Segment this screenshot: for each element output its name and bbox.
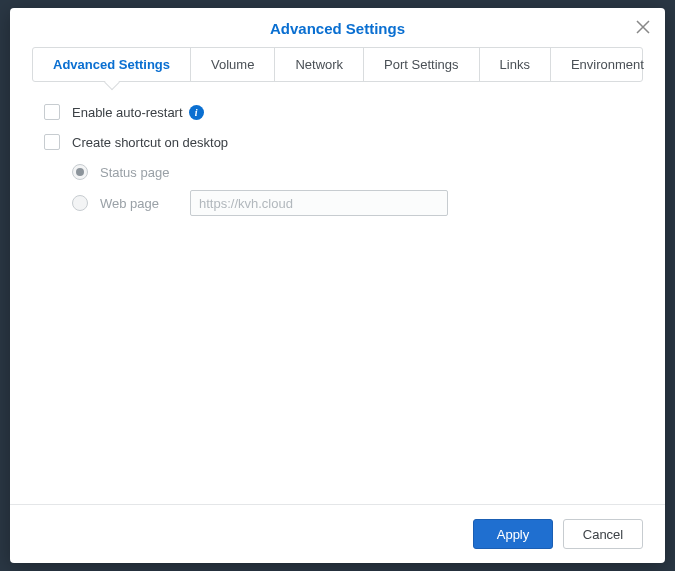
- tab-volume[interactable]: Volume: [191, 48, 275, 81]
- tab-content: Enable auto-restart i Create shortcut on…: [10, 82, 665, 504]
- apply-button[interactable]: Apply: [473, 519, 553, 549]
- tab-bar: Advanced Settings Volume Network Port Se…: [32, 47, 643, 82]
- modal-header: Advanced Settings: [10, 8, 665, 47]
- checkbox-enable-auto-restart[interactable]: [44, 104, 60, 120]
- tab-advanced-settings[interactable]: Advanced Settings: [33, 48, 191, 81]
- row-status-page: Status page: [72, 164, 631, 180]
- radio-status-page[interactable]: [72, 164, 88, 180]
- row-create-shortcut: Create shortcut on desktop: [44, 134, 631, 150]
- tab-links[interactable]: Links: [480, 48, 551, 81]
- checkbox-create-shortcut[interactable]: [44, 134, 60, 150]
- label-create-shortcut: Create shortcut on desktop: [72, 135, 228, 150]
- label-enable-auto-restart: Enable auto-restart: [72, 105, 183, 120]
- close-icon[interactable]: [635, 20, 651, 36]
- modal-footer: Apply Cancel: [10, 504, 665, 563]
- tab-network[interactable]: Network: [275, 48, 364, 81]
- row-enable-auto-restart: Enable auto-restart i: [44, 104, 631, 120]
- info-icon[interactable]: i: [189, 105, 204, 120]
- advanced-settings-modal: Advanced Settings Advanced Settings Volu…: [10, 8, 665, 563]
- modal-title: Advanced Settings: [10, 20, 665, 37]
- radio-web-page[interactable]: [72, 195, 88, 211]
- cancel-button[interactable]: Cancel: [563, 519, 643, 549]
- tab-port-settings[interactable]: Port Settings: [364, 48, 479, 81]
- label-web-page: Web page: [100, 196, 190, 211]
- row-web-page: Web page: [72, 190, 631, 216]
- label-status-page: Status page: [100, 165, 190, 180]
- input-web-page-url[interactable]: [190, 190, 448, 216]
- tab-environment[interactable]: Environment: [551, 48, 664, 81]
